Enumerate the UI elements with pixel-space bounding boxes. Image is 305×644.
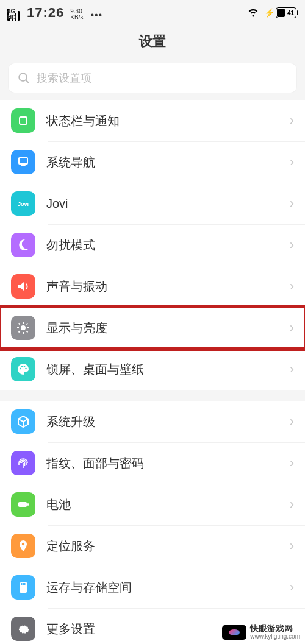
svg-point-18 bbox=[25, 368, 27, 370]
row-label: 运存与存储空间 bbox=[46, 579, 290, 596]
chevron-right-icon: › bbox=[290, 497, 294, 512]
row-label: 系统导航 bbox=[46, 154, 290, 171]
status-time: 17:26 bbox=[27, 5, 64, 21]
page-title: 设置 bbox=[139, 32, 166, 51]
chevron-right-icon: › bbox=[290, 538, 294, 554]
svg-rect-4 bbox=[21, 165, 26, 166]
watermark-url: www.kyligting.com bbox=[250, 632, 300, 640]
moon-icon bbox=[11, 233, 35, 257]
location-icon bbox=[11, 534, 35, 558]
nav-icon bbox=[11, 150, 35, 174]
svg-line-12 bbox=[26, 331, 27, 332]
settings-row-battery[interactable]: 电池› bbox=[0, 484, 305, 525]
svg-rect-19 bbox=[18, 502, 27, 507]
chevron-right-icon: › bbox=[290, 361, 294, 377]
watermark-logo-icon bbox=[222, 625, 246, 640]
watermark-name: 快眼游戏网 bbox=[250, 625, 300, 632]
svg-rect-3 bbox=[19, 158, 27, 164]
wifi-icon bbox=[247, 5, 259, 21]
settings-list: 状态栏与通知›系统导航›JoviJovi›勿扰模式›声音与振动›显示与亮度›锁屏… bbox=[0, 100, 305, 644]
svg-rect-22 bbox=[21, 583, 23, 585]
svg-point-0 bbox=[19, 73, 27, 81]
svg-rect-2 bbox=[20, 117, 27, 124]
row-label: 定位服务 bbox=[46, 538, 290, 554]
row-label: 锁屏、桌面与壁纸 bbox=[46, 361, 290, 378]
page-header: 设置 bbox=[0, 26, 305, 57]
settings-row-location[interactable]: 定位服务› bbox=[0, 525, 305, 567]
battery-icon bbox=[11, 492, 35, 517]
settings-row-display[interactable]: 显示与亮度› bbox=[0, 307, 305, 349]
chevron-right-icon: › bbox=[290, 278, 294, 294]
chevron-right-icon: › bbox=[290, 414, 294, 430]
settings-row-sound[interactable]: 声音与振动› bbox=[0, 266, 305, 307]
cube-icon bbox=[11, 409, 35, 434]
svg-line-1 bbox=[26, 80, 29, 83]
svg-rect-23 bbox=[23, 583, 24, 585]
speaker-icon bbox=[11, 274, 35, 299]
fingerprint-icon bbox=[11, 451, 35, 475]
square-icon bbox=[11, 108, 35, 133]
chevron-right-icon: › bbox=[290, 579, 294, 595]
status-download: 9.30 KB/s bbox=[70, 9, 83, 21]
settings-row-status-notif[interactable]: 状态栏与通知› bbox=[0, 100, 305, 141]
gear-icon bbox=[11, 617, 35, 641]
row-label: 状态栏与通知 bbox=[46, 113, 290, 129]
chevron-right-icon: › bbox=[290, 196, 294, 211]
search-bar[interactable] bbox=[9, 63, 296, 93]
signal-icon: 4G HD bbox=[9, 11, 21, 21]
jovi-icon: Jovi bbox=[11, 191, 35, 216]
svg-line-13 bbox=[19, 331, 20, 332]
svg-point-17 bbox=[24, 366, 26, 367]
settings-row-dnd[interactable]: 勿扰模式› bbox=[0, 224, 305, 266]
status-bar: 4G HD 17:26 9.30 KB/s ••• ⚡ 41 bbox=[0, 0, 305, 26]
svg-line-11 bbox=[19, 324, 20, 325]
svg-point-16 bbox=[21, 366, 23, 367]
svg-rect-24 bbox=[24, 583, 26, 585]
battery-indicator: ⚡ 41 bbox=[264, 7, 296, 18]
chevron-right-icon: › bbox=[290, 237, 294, 253]
chevron-right-icon: › bbox=[290, 113, 294, 129]
settings-row-storage[interactable]: 运存与存储空间› bbox=[0, 567, 305, 608]
svg-point-6 bbox=[21, 325, 26, 330]
battery-icon: 41 bbox=[276, 7, 296, 18]
sdcard-icon bbox=[11, 575, 35, 600]
svg-line-14 bbox=[26, 324, 27, 325]
search-input[interactable] bbox=[37, 72, 288, 85]
brightness-icon bbox=[11, 316, 35, 340]
settings-row-biometrics[interactable]: 指纹、面部与密码› bbox=[0, 442, 305, 484]
row-label: 系统升级 bbox=[46, 414, 290, 430]
settings-row-lock-wall[interactable]: 锁屏、桌面与壁纸› bbox=[0, 349, 305, 390]
chevron-right-icon: › bbox=[290, 154, 294, 170]
svg-text:Jovi: Jovi bbox=[18, 201, 29, 207]
row-label: 声音与振动 bbox=[46, 278, 290, 295]
palette-icon bbox=[11, 357, 35, 381]
search-icon bbox=[17, 71, 30, 85]
row-label: 指纹、面部与密码 bbox=[46, 455, 290, 472]
chevron-right-icon: › bbox=[290, 455, 294, 471]
row-label: 勿扰模式 bbox=[46, 237, 290, 253]
svg-point-15 bbox=[20, 368, 21, 370]
more-status-icon: ••• bbox=[90, 10, 102, 21]
svg-point-21 bbox=[22, 543, 24, 545]
row-label: 电池 bbox=[46, 497, 290, 513]
svg-rect-20 bbox=[27, 503, 29, 506]
charging-icon: ⚡ bbox=[264, 8, 274, 18]
row-label: 显示与亮度 bbox=[46, 320, 290, 336]
row-label: Jovi bbox=[46, 197, 290, 211]
chevron-right-icon: › bbox=[290, 320, 294, 336]
settings-row-system-update[interactable]: 系统升级› bbox=[0, 401, 305, 442]
settings-row-system-nav[interactable]: 系统导航› bbox=[0, 141, 305, 183]
settings-row-jovi[interactable]: JoviJovi› bbox=[0, 183, 305, 224]
watermark: 快眼游戏网 www.kyligting.com bbox=[222, 625, 300, 640]
